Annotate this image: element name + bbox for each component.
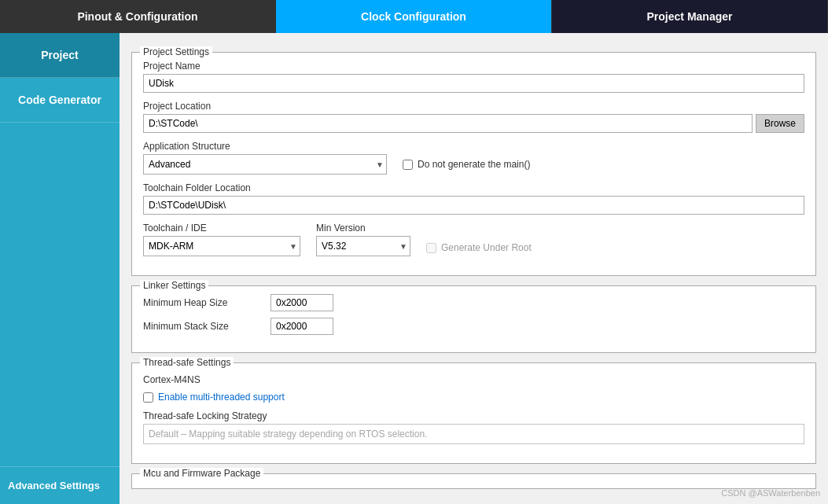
toolchain-folder-label: Toolchain Folder Location	[143, 182, 804, 193]
sidebar-item-advanced-settings[interactable]: Advanced Settings	[0, 466, 120, 504]
enable-multithread-row: Enable multi-threaded support	[143, 392, 804, 403]
locking-strategy-row: Thread-safe Locking Strategy Default – M…	[143, 410, 804, 444]
thread-safe-settings-group: Thread-safe Settings Cortex-M4NS Enable …	[131, 362, 816, 464]
min-version-col: Min Version V5.32 V5.31 V5.30 ▼	[316, 223, 410, 256]
app-structure-label: Application Structure	[143, 141, 804, 152]
project-location-label: Project Location	[143, 101, 804, 112]
locking-strategy-select[interactable]: Default – Mapping suitable strategy depe…	[143, 424, 804, 444]
linker-settings-title: Linker Settings	[140, 280, 208, 291]
generate-under-root-row: Generate Under Root	[426, 242, 532, 256]
toolchain-folder-input[interactable]	[143, 196, 804, 215]
tab-project-manager[interactable]: Project Manager	[552, 0, 828, 33]
min-stack-label: Minimum Stack Size	[143, 321, 261, 332]
do-not-generate-row: Do not generate the main()	[403, 159, 530, 170]
toolchain-ide-label: Toolchain / IDE	[143, 223, 300, 234]
app-structure-row: Application Structure Advanced Basic ▼ D…	[143, 141, 804, 175]
tab-clock-configuration[interactable]: Clock Configuration	[276, 0, 552, 33]
thread-safe-settings-title: Thread-safe Settings	[140, 357, 234, 368]
min-version-select[interactable]: V5.32 V5.31 V5.30	[316, 236, 410, 256]
app-structure-select[interactable]: Advanced Basic	[143, 154, 387, 175]
tab-pinout-configuration[interactable]: Pinout & Configuration	[0, 0, 276, 33]
locking-strategy-label: Thread-safe Locking Strategy	[143, 410, 804, 421]
content-area: Project Settings Project Name Project Lo…	[120, 33, 828, 504]
enable-multithread-checkbox[interactable]	[143, 392, 153, 403]
top-navigation: Pinout & Configuration Clock Configurati…	[0, 0, 828, 33]
toolchain-select[interactable]: MDK-ARM IAR GCC	[143, 236, 300, 256]
project-name-label: Project Name	[143, 61, 804, 72]
toolchain-ide-col: Toolchain / IDE MDK-ARM IAR GCC ▼	[143, 223, 300, 256]
project-location-input-group: Browse	[143, 114, 804, 133]
project-name-row: Project Name	[143, 61, 804, 93]
toolchain-select-wrapper: MDK-ARM IAR GCC ▼	[143, 236, 300, 256]
sidebar-item-project[interactable]: Project	[0, 33, 120, 78]
min-heap-label: Minimum Heap Size	[143, 297, 261, 308]
min-version-label: Min Version	[316, 223, 410, 234]
min-stack-input[interactable]	[270, 318, 333, 335]
app-structure-select-wrapper: Advanced Basic ▼	[143, 154, 387, 175]
sidebar-item-code-generator[interactable]: Code Generator	[0, 78, 120, 123]
do-not-generate-label: Do not generate the main()	[418, 159, 530, 170]
project-location-input[interactable]	[143, 114, 753, 133]
enable-multithread-label: Enable multi-threaded support	[158, 392, 285, 403]
linker-settings-group: Linker Settings Minimum Heap Size Minimu…	[131, 285, 816, 353]
project-name-input[interactable]	[143, 74, 804, 93]
project-settings-title: Project Settings	[140, 46, 212, 57]
min-stack-row: Minimum Stack Size	[143, 318, 804, 335]
project-settings-group: Project Settings Project Name Project Lo…	[131, 52, 816, 276]
toolchain-folder-row: Toolchain Folder Location	[143, 182, 804, 215]
mcu-firmware-group: Mcu and Firmware Package	[131, 473, 816, 489]
toolchain-row: Toolchain / IDE MDK-ARM IAR GCC ▼ Min Ve…	[143, 223, 804, 256]
generate-under-root-checkbox[interactable]	[426, 243, 436, 253]
generate-under-root-label: Generate Under Root	[441, 242, 532, 253]
processor-label: Cortex-M4NS	[143, 371, 804, 385]
app-structure-controls: Advanced Basic ▼ Do not generate the mai…	[143, 154, 804, 175]
locking-strategy-select-wrapper: Default – Mapping suitable strategy depe…	[143, 424, 804, 444]
main-layout: Project Code Generator Advanced Settings…	[0, 33, 828, 504]
min-heap-row: Minimum Heap Size	[143, 294, 804, 311]
do-not-generate-checkbox[interactable]	[403, 160, 413, 170]
mcu-firmware-title: Mcu and Firmware Package	[140, 468, 263, 479]
watermark: CSDN @ASWaterbenben	[721, 488, 820, 498]
sidebar: Project Code Generator Advanced Settings	[0, 33, 120, 504]
project-location-row: Project Location Browse	[143, 101, 804, 133]
min-heap-input[interactable]	[270, 294, 333, 311]
browse-button[interactable]: Browse	[756, 114, 804, 133]
min-version-select-wrapper: V5.32 V5.31 V5.30 ▼	[316, 236, 410, 256]
